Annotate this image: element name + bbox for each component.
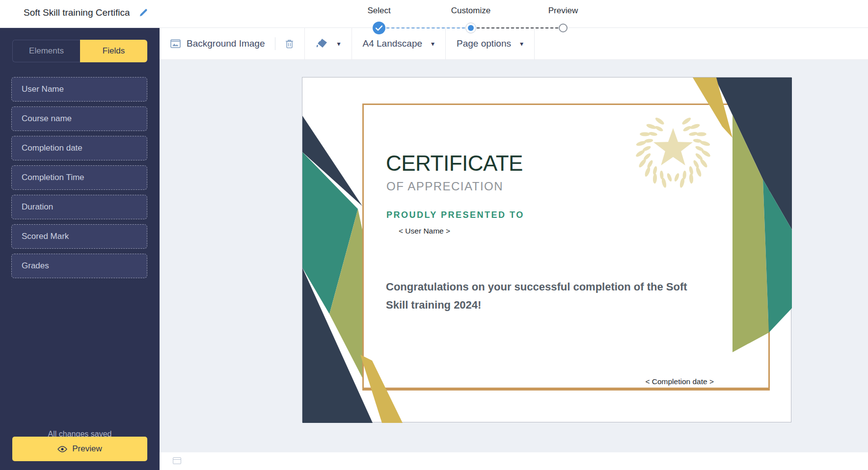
step-circle-customize[interactable] bbox=[465, 23, 476, 33]
field-completion-time[interactable]: Completion Time bbox=[11, 165, 147, 190]
step-circle-preview[interactable] bbox=[559, 24, 568, 32]
step-label-preview[interactable]: Preview bbox=[548, 6, 578, 16]
background-image-button[interactable]: Background Image bbox=[187, 38, 265, 49]
document-title: Soft Skill training Certifica bbox=[24, 7, 130, 18]
field-duration[interactable]: Duration bbox=[11, 195, 147, 219]
page-options-section[interactable]: Page options ▾ bbox=[446, 28, 535, 59]
field-course-name[interactable]: Course name bbox=[11, 106, 147, 131]
certificate-subtitle[interactable]: OF APPRECIATION bbox=[386, 180, 503, 193]
trash-icon[interactable] bbox=[285, 39, 294, 49]
page-options-dropdown: Page options bbox=[457, 38, 511, 49]
preview-button-label: Preview bbox=[72, 444, 102, 454]
fill-color-section[interactable]: ▾ bbox=[305, 28, 352, 59]
certificate-title[interactable]: CERTIFICATE bbox=[386, 151, 523, 176]
tab-fields[interactable]: Fields bbox=[80, 40, 147, 62]
page-size-dropdown: A4 Landscape bbox=[363, 38, 423, 49]
page-size-section[interactable]: A4 Landscape ▾ bbox=[352, 28, 446, 59]
chevron-down-icon: ▾ bbox=[337, 40, 341, 48]
stepper-connector-upcoming bbox=[477, 27, 558, 28]
design-canvas: CERTIFICATE OF APPRECIATION PROUDLY PRES… bbox=[160, 60, 868, 452]
step-label-customize[interactable]: Customize bbox=[451, 6, 490, 16]
editor-toolbar: Background Image ▾ A4 Landscape ▾ Page o… bbox=[160, 28, 868, 60]
certificate-page[interactable]: CERTIFICATE OF APPRECIATION PROUDLY PRES… bbox=[302, 77, 791, 422]
edit-title-pencil-icon[interactable] bbox=[139, 8, 148, 17]
star-icon bbox=[653, 128, 693, 165]
user-name-placeholder[interactable]: < User Name > bbox=[399, 227, 450, 235]
left-sidebar: Elements Fields User Name Course name Co… bbox=[0, 28, 160, 470]
stepper-connector-done bbox=[386, 27, 465, 28]
paint-bucket-icon bbox=[316, 38, 328, 49]
chevron-down-icon: ▾ bbox=[431, 40, 434, 48]
tab-elements[interactable]: Elements bbox=[12, 40, 80, 62]
certificate-decorations bbox=[302, 78, 792, 423]
field-user-name[interactable]: User Name bbox=[11, 77, 147, 102]
background-image-section: Background Image bbox=[160, 28, 305, 59]
message-line-1: Congratulations on your successful compl… bbox=[386, 278, 687, 296]
message-line-2: Skill training 2024! bbox=[386, 296, 687, 314]
fields-list: User Name Course name Completion date Co… bbox=[11, 77, 147, 283]
step-circle-select-check-icon[interactable] bbox=[373, 22, 385, 34]
preview-button[interactable]: Preview bbox=[12, 437, 147, 461]
field-scored-mark[interactable]: Scored Mark bbox=[11, 224, 147, 249]
eye-icon bbox=[57, 446, 67, 452]
top-header: Soft Skill training Certifica Select Cus… bbox=[0, 0, 868, 28]
field-grades[interactable]: Grades bbox=[11, 254, 147, 278]
step-label-select[interactable]: Select bbox=[367, 6, 390, 16]
chevron-down-icon: ▾ bbox=[520, 40, 523, 48]
congratulations-message[interactable]: Congratulations on your successful compl… bbox=[386, 278, 687, 314]
bottom-page-strip bbox=[160, 452, 868, 470]
field-completion-date[interactable]: Completion date bbox=[11, 136, 147, 160]
window-icon[interactable] bbox=[173, 457, 181, 464]
image-icon[interactable] bbox=[170, 39, 181, 48]
active-step-dot bbox=[468, 25, 474, 31]
presented-to-label[interactable]: PROUDLY PRESENTED TO bbox=[386, 210, 524, 220]
sidebar-tabs: Elements Fields bbox=[12, 40, 147, 62]
toolbar-separator bbox=[275, 37, 275, 50]
completion-date-placeholder[interactable]: < Completion date > bbox=[645, 377, 714, 386]
